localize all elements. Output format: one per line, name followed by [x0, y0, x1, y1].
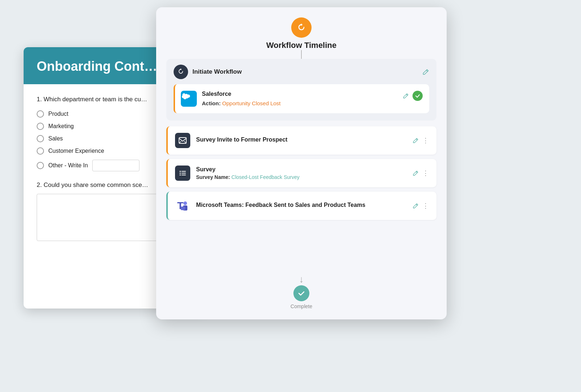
- workflow-logo-icon: [296, 22, 307, 33]
- salesforce-step-card: Salesforce Action: Opportunity Closed Lo…: [174, 84, 429, 113]
- option-other-label: Other - Write In: [48, 162, 88, 169]
- workflow-header: Workflow Timeline: [156, 7, 447, 50]
- complete-circle: [293, 285, 309, 301]
- survey-invite-more-button[interactable]: ⋮: [422, 136, 429, 144]
- workflow-card: Workflow Timeline Initiate Workflow: [156, 7, 447, 319]
- connector-line-top: [301, 50, 302, 59]
- salesforce-content: Salesforce Action: Opportunity Closed Lo…: [197, 91, 403, 106]
- radio-other[interactable]: [37, 162, 44, 169]
- down-arrow-icon: ↓: [299, 274, 304, 284]
- workflow-icon-circle: [291, 17, 312, 38]
- salesforce-edit-button[interactable]: [403, 93, 409, 99]
- teams-content: Microsoft Teams: Feedback Sent to Sales …: [196, 202, 407, 210]
- initiate-section: Initiate Workflow Salesforce: [166, 59, 436, 121]
- svg-rect-4: [181, 91, 197, 107]
- option-sales-label: Sales: [48, 135, 63, 142]
- svg-rect-19: [181, 207, 185, 210]
- salesforce-action: Action: Opportunity Closed Lost: [202, 100, 403, 106]
- edit-icon: [413, 170, 419, 176]
- survey-content: Survey Survey Name: Closed-Lost Feedback…: [196, 166, 407, 180]
- edit-icon: [423, 69, 429, 75]
- survey-more-button[interactable]: ⋮: [422, 169, 429, 177]
- survey-invite-actions: ⋮: [413, 136, 429, 144]
- salesforce-action-value: Opportunity Closed Lost: [222, 100, 281, 106]
- survey-title: Survey: [196, 166, 407, 173]
- initiate-icon: [174, 65, 188, 79]
- edit-icon: [413, 138, 419, 143]
- complete-label: Complete: [290, 303, 312, 309]
- workflow-bottom: ↓ Complete: [290, 271, 312, 319]
- survey-step-card: Survey Survey Name: Closed-Lost Feedback…: [166, 159, 436, 187]
- survey-invite-icon-wrap: [175, 133, 190, 148]
- workflow-title: Workflow Timeline: [266, 41, 337, 50]
- initiate-left: Initiate Workflow: [174, 65, 242, 79]
- write-in-input[interactable]: [92, 160, 139, 171]
- survey-invite-content: Survey Invite to Former Prospect: [196, 136, 407, 144]
- envelope-icon: [178, 136, 187, 145]
- salesforce-logo-icon: [181, 91, 197, 107]
- workflow-steps: Initiate Workflow Salesforce: [156, 59, 447, 271]
- survey-icon-wrap: [175, 166, 190, 181]
- survey-invite-step-card: Survey Invite to Former Prospect ⋮: [166, 126, 436, 155]
- teams-title: Microsoft Teams: Feedback Sent to Sales …: [196, 202, 407, 208]
- complete-check-icon: [297, 289, 305, 297]
- check-icon: [415, 93, 420, 99]
- edit-icon: [403, 93, 409, 99]
- teams-icon: T: [176, 199, 190, 213]
- survey-name-value: Closed-Lost Feedback Survey: [231, 174, 300, 180]
- option-product-label: Product: [48, 111, 68, 117]
- salesforce-name: Salesforce: [202, 91, 403, 97]
- survey-invite-title: Survey Invite to Former Prospect: [196, 136, 407, 143]
- teams-actions: ⋮: [413, 202, 429, 210]
- survey-edit-button[interactable]: [413, 170, 419, 176]
- salesforce-check-badge: [413, 91, 423, 101]
- option-cx-label: Customer Experience: [48, 148, 104, 154]
- survey-checklist-icon: [178, 169, 187, 177]
- appcues-icon: [177, 68, 185, 76]
- option-marketing-label: Marketing: [48, 123, 74, 130]
- svg-point-1: [301, 24, 302, 26]
- initiate-edit-button[interactable]: [423, 69, 429, 75]
- teams-more-button[interactable]: ⋮: [422, 202, 429, 210]
- radio-customer-experience[interactable]: [37, 147, 44, 155]
- radio-marketing[interactable]: [37, 123, 44, 130]
- radio-product[interactable]: [37, 110, 44, 118]
- teams-edit-button[interactable]: [413, 203, 419, 209]
- teams-icon-wrap: T: [175, 198, 190, 213]
- salesforce-right: [403, 91, 423, 101]
- survey-invite-edit-button[interactable]: [413, 138, 419, 143]
- svg-point-16: [183, 201, 187, 205]
- teams-step-card: T Microsoft Teams: Feedback Sent to Sale…: [166, 192, 436, 220]
- radio-sales[interactable]: [37, 135, 44, 142]
- survey-actions: ⋮: [413, 169, 429, 177]
- initiate-label: Initiate Workflow: [192, 68, 242, 75]
- svg-point-3: [180, 69, 182, 70]
- edit-icon: [413, 203, 419, 209]
- initiate-header: Initiate Workflow: [174, 65, 429, 79]
- survey-sub: Survey Name: Closed-Lost Feedback Survey: [196, 174, 407, 180]
